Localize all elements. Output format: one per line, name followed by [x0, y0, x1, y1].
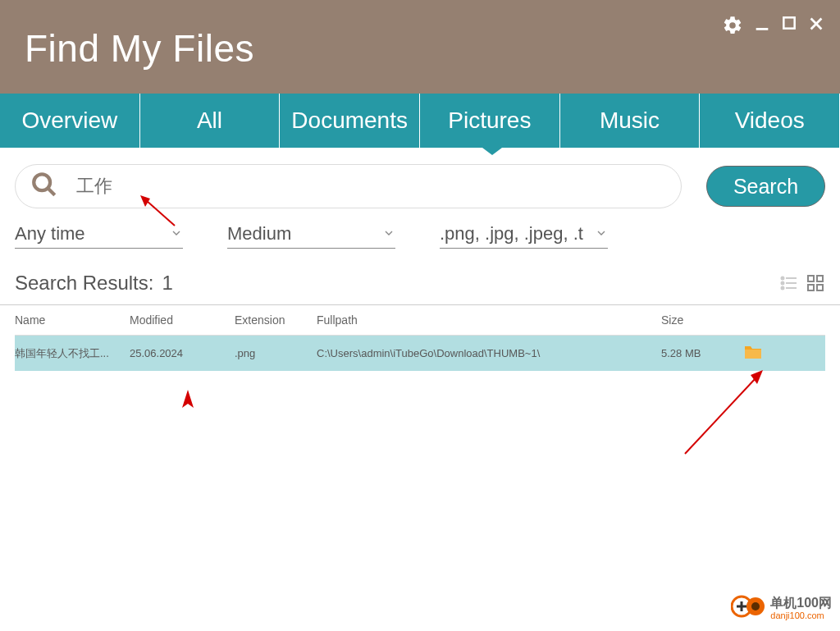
grid-view-icon[interactable] [806, 273, 825, 293]
search-input[interactable] [76, 176, 666, 197]
tab-overview[interactable]: Overview [0, 94, 140, 148]
filter-time-label: Any time [15, 223, 85, 245]
results-label-text: Search Results: [15, 272, 153, 295]
filter-time[interactable]: Any time [15, 223, 183, 249]
chevron-down-icon [382, 223, 395, 245]
chevron-down-icon [170, 223, 183, 245]
filters-row: Any time Medium .png, .jpg, .jpeg, .t [0, 208, 840, 249]
svg-point-4 [34, 174, 50, 190]
svg-rect-1 [783, 17, 794, 28]
results-count: 1 [162, 272, 172, 295]
app-title: Find My Files [25, 26, 254, 94]
col-header-modified[interactable]: Modified [130, 313, 235, 327]
results-header: Search Results: 1 [0, 249, 840, 305]
svg-point-10 [782, 282, 784, 285]
watermark-text-top: 单机100网 [770, 596, 832, 610]
filter-size[interactable]: Medium [227, 223, 395, 249]
cell-size: 5.28 MB [661, 347, 743, 359]
svg-point-25 [751, 602, 760, 610]
filter-extension[interactable]: .png, .jpg, .jpeg, .t [440, 223, 608, 249]
filter-extension-label: .png, .jpg, .jpeg, .t [440, 223, 583, 245]
svg-marker-20 [751, 370, 763, 384]
open-folder-icon[interactable] [743, 344, 763, 360]
window-controls [722, 15, 825, 94]
tab-music[interactable]: Music [560, 94, 701, 148]
search-row: Search [0, 148, 840, 208]
svg-rect-15 [817, 285, 823, 290]
settings-icon[interactable] [722, 15, 743, 36]
svg-rect-14 [808, 285, 814, 290]
active-tab-indicator [482, 148, 502, 155]
svg-line-19 [685, 377, 756, 454]
table-header: Name Modified Extension Fullpath Size [15, 305, 825, 336]
svg-rect-13 [817, 276, 823, 281]
tab-pictures[interactable]: Pictures [420, 94, 560, 148]
col-header-name[interactable]: Name [15, 313, 130, 327]
tab-all[interactable]: All [140, 94, 281, 148]
annotation-arrow [681, 368, 768, 458]
col-header-fullpath[interactable]: Fullpath [317, 313, 661, 327]
watermark: 单机100网 danji100.com [731, 593, 832, 623]
table-row[interactable]: 韩国年轻人不找工... 25.06.2024 .png C:\Users\adm… [15, 336, 825, 371]
watermark-logo-icon [731, 593, 765, 623]
svg-line-5 [48, 188, 55, 195]
maximize-icon[interactable] [781, 15, 797, 31]
cell-fullpath: C:\Users\admin\iTubeGo\Download\THUMB~1\ [317, 347, 661, 359]
minimize-icon[interactable] [753, 15, 771, 33]
search-box[interactable] [15, 164, 682, 208]
close-icon[interactable] [807, 15, 825, 33]
search-icon [30, 171, 58, 202]
view-toggles [779, 273, 825, 293]
filter-size-label: Medium [227, 223, 291, 245]
annotation-arrow [180, 390, 195, 411]
search-button[interactable]: Search [706, 166, 825, 207]
results-label: Search Results: 1 [15, 272, 173, 295]
cell-modified: 25.06.2024 [130, 347, 235, 359]
svg-marker-18 [182, 390, 194, 408]
titlebar: Find My Files [0, 0, 840, 94]
col-header-extension[interactable]: Extension [235, 313, 317, 327]
svg-rect-12 [808, 276, 814, 281]
cell-name: 韩国年轻人不找工... [15, 346, 130, 361]
svg-point-9 [782, 277, 784, 280]
watermark-text-bottom: danji100.com [770, 610, 832, 620]
list-view-icon[interactable] [779, 273, 799, 293]
col-header-size[interactable]: Size [661, 313, 743, 327]
tabs: Overview All Documents Pictures Music Vi… [0, 94, 840, 148]
tab-documents[interactable]: Documents [280, 94, 420, 148]
tab-videos[interactable]: Videos [700, 94, 840, 148]
chevron-down-icon [595, 223, 608, 245]
svg-point-11 [782, 287, 784, 290]
cell-extension: .png [235, 347, 317, 359]
